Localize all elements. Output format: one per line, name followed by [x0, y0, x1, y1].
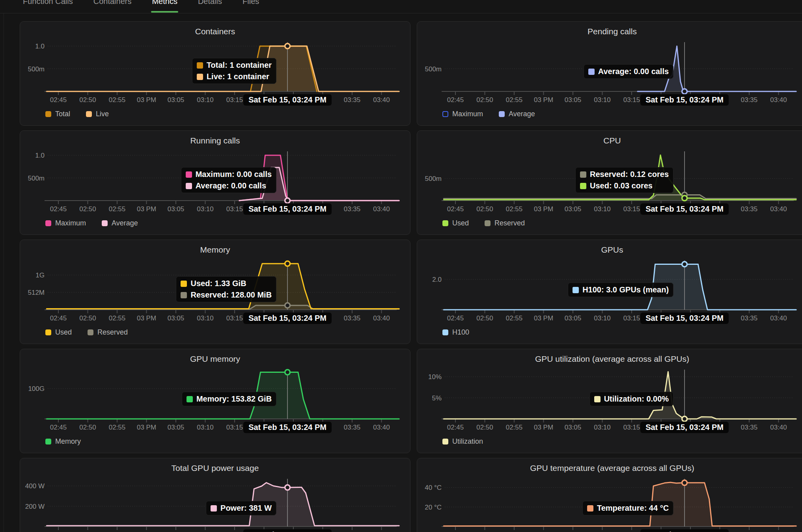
x-axis-label: 03:35	[344, 96, 361, 104]
y-axis-label: 400 W	[25, 482, 45, 490]
x-axis-label: 02:50	[476, 424, 493, 431]
x-axis-label: 03 PM	[534, 424, 553, 431]
x-axis-label: 03:05	[565, 205, 582, 213]
tab-containers[interactable]: Containers	[93, 0, 132, 13]
x-axis-label: 02:50	[79, 424, 96, 431]
x-axis-label: 03:05	[565, 96, 582, 104]
legend-item-average[interactable]: Average	[102, 219, 138, 227]
x-axis-label: 03:10	[594, 424, 611, 431]
legend-swatch-icon	[88, 329, 93, 335]
x-axis-label: 03:05	[565, 424, 582, 431]
x-axis-label: 03:35	[741, 205, 758, 213]
x-axis-label: 03:05	[565, 314, 582, 322]
chart-card-gpu-memory: GPU memory100G02:4502:5002:5503 PM03:050…	[20, 349, 410, 453]
legend-item-reserved[interactable]: Reserved	[88, 328, 128, 337]
legend-swatch-icon	[442, 439, 448, 445]
tab-bar: Function Calls Containers Metrics Detail…	[0, 0, 802, 13]
x-axis-label: 02:55	[109, 205, 126, 213]
chart-canvas-gpu-temperature[interactable]: 40 °C20 °C02:4502:5002:5503 PM03:0503:10…	[417, 458, 802, 532]
chart-card-running-calls: Running calls1.0500m02:4502:5002:5503 PM…	[20, 130, 410, 235]
y-axis-label: 100G	[28, 385, 45, 392]
x-axis-label: 03:25	[285, 205, 302, 213]
legend-item-used[interactable]: Used	[442, 219, 469, 227]
legend-label: H100	[452, 328, 469, 337]
tab-label: Files	[242, 0, 259, 6]
legend-swatch-icon	[485, 220, 491, 226]
x-axis-label: 02:45	[447, 424, 464, 431]
chart-card-gpus: GPUs2.002:4502:5002:5503 PM03:0503:1003:…	[417, 240, 802, 344]
x-axis-label: 02:45	[50, 205, 67, 213]
series-line-memory	[47, 372, 399, 419]
x-axis-label: 03 PM	[137, 96, 156, 104]
x-axis-label: 03 PM	[534, 205, 553, 213]
tab-function-calls[interactable]: Function Calls	[23, 0, 73, 13]
legend-item-total[interactable]: Total	[45, 110, 70, 118]
y-axis-label: 10%	[428, 373, 442, 381]
x-axis-label: 03:30	[711, 424, 728, 431]
legend-item-h100[interactable]: H100	[442, 328, 469, 337]
series-area-live	[47, 46, 399, 91]
chart-card-gpu-power: Total GPU power usage400 W200 W02:4502:5…	[20, 458, 410, 532]
tab-files[interactable]: Files	[242, 0, 259, 13]
series-line-power	[47, 483, 399, 526]
chart-canvas-gpus[interactable]: 2.002:4502:5002:5503 PM03:0503:1003:1503…	[417, 240, 802, 344]
legend-label: Memory	[55, 437, 81, 446]
x-axis-label: 03:10	[197, 205, 214, 213]
x-axis-label: 03:25	[682, 205, 699, 213]
x-axis-label: 03 PM	[137, 205, 156, 213]
x-axis-label: 03:25	[285, 314, 302, 322]
tab-metrics[interactable]: Metrics	[152, 0, 177, 13]
hover-marker	[682, 262, 687, 267]
x-axis-label: 03:35	[741, 424, 758, 431]
x-axis-label: 03:20	[653, 424, 670, 431]
x-axis-label: 03:35	[741, 314, 758, 322]
tab-details[interactable]: Details	[198, 0, 222, 13]
x-axis-label: 03:20	[256, 96, 272, 104]
x-axis-label: 03:10	[594, 96, 611, 104]
x-axis-label: 02:55	[109, 314, 126, 322]
x-axis-label: 03:20	[256, 205, 272, 213]
x-axis-label: 03:25	[682, 424, 699, 431]
x-axis-label: 03:10	[197, 96, 214, 104]
series-line-temperature	[444, 482, 796, 526]
series-area-utilization	[444, 372, 796, 419]
y-axis-label: 500m	[425, 175, 442, 182]
series-area-memory	[47, 372, 399, 419]
legend-item-maximum[interactable]: Maximum	[45, 219, 86, 227]
x-axis-label: 03:30	[711, 96, 728, 104]
legend-item-used[interactable]: Used	[45, 328, 72, 337]
legend-label: Maximum	[55, 219, 86, 227]
x-axis-label: 03:15	[226, 96, 243, 104]
y-axis-label: 1.0	[35, 152, 45, 159]
legend-item-reserved[interactable]: Reserved	[485, 219, 525, 227]
legend-label: Average	[112, 219, 138, 227]
chart-legend: Utilization	[442, 437, 483, 446]
legend-item-average[interactable]: Average	[499, 110, 535, 118]
hover-marker	[682, 480, 687, 485]
x-axis-label: 03:25	[682, 96, 699, 104]
series-area-used	[47, 264, 399, 310]
legend-item-maximum[interactable]: Maximum	[442, 110, 483, 118]
chart-legend: TotalLive	[45, 110, 109, 118]
series-area-temperature	[444, 482, 796, 526]
y-axis-label: 500m	[28, 175, 45, 182]
legend-swatch-icon	[442, 220, 448, 226]
series-line-used	[47, 264, 399, 309]
legend-item-utilization[interactable]: Utilization	[442, 437, 483, 446]
y-axis-label: 200 W	[25, 503, 45, 510]
legend-item-memory[interactable]: Memory	[45, 437, 81, 446]
legend-swatch-icon	[45, 111, 51, 117]
hover-marker	[285, 44, 290, 49]
x-axis-label: 03:30	[711, 314, 728, 322]
legend-swatch-icon	[442, 329, 448, 335]
x-axis-label: 03:15	[623, 424, 640, 431]
y-axis-label: 40 °C	[425, 484, 442, 491]
chart-legend: H100	[442, 328, 469, 337]
x-axis-label: 02:55	[506, 205, 523, 213]
x-axis-label: 02:45	[447, 314, 464, 322]
x-axis-label: 03:15	[623, 96, 640, 104]
hover-marker	[682, 89, 687, 94]
x-axis-label: 03:35	[344, 205, 361, 213]
legend-item-live[interactable]: Live	[86, 110, 109, 118]
chart-canvas-gpu-power[interactable]: 400 W200 W02:4502:5002:5503 PM03:0503:10…	[20, 458, 410, 532]
